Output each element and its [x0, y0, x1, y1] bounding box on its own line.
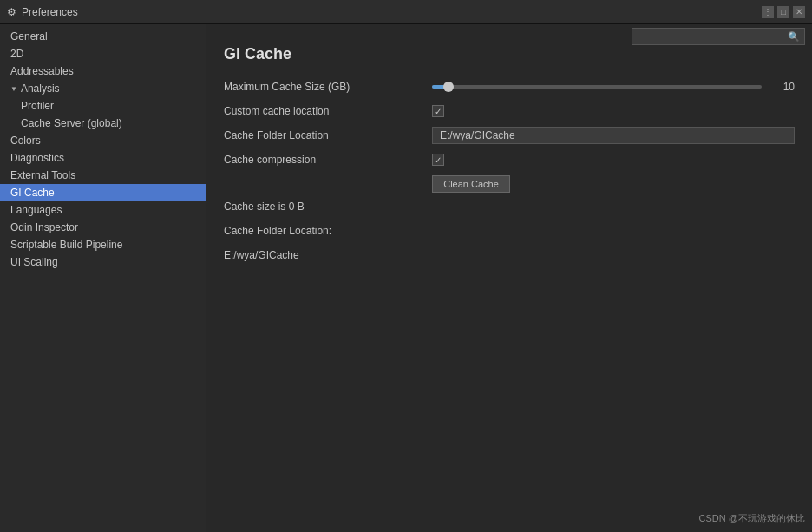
cache-compression-label: Cache compression: [224, 154, 432, 166]
titlebar-menu-btn[interactable]: ⋮: [762, 6, 774, 18]
sidebar-item-gi-cache[interactable]: GI Cache: [0, 184, 206, 201]
sidebar-item-colors[interactable]: Colors: [0, 132, 206, 149]
search-icon: 🔍: [788, 31, 800, 43]
triangle-icon: ▼: [10, 85, 17, 93]
sidebar-item-odin-inspector[interactable]: Odin Inspector: [0, 219, 206, 236]
cache-folder-path-row: E:/wya/GICache: [224, 247, 795, 266]
max-cache-size-control: 10: [432, 81, 795, 93]
search-input[interactable]: [632, 28, 805, 45]
clean-cache-control: Clean Cache: [432, 175, 795, 193]
main-container: General 2D Addressables ▼ Analysis Profi…: [0, 24, 812, 532]
page-title: GI Cache: [224, 45, 795, 63]
sidebar-item-analysis[interactable]: ▼ Analysis: [0, 80, 206, 97]
cache-folder-location-row: Cache Folder Location: [224, 126, 795, 145]
sidebar-item-profiler[interactable]: Profiler: [0, 97, 206, 115]
sidebar-item-general[interactable]: General: [0, 28, 206, 45]
sidebar: General 2D Addressables ▼ Analysis Profi…: [0, 24, 206, 532]
titlebar-close-btn[interactable]: ✕: [793, 6, 805, 18]
slider-track[interactable]: [432, 85, 762, 89]
sidebar-item-cache-server[interactable]: Cache Server (global): [0, 115, 206, 132]
sidebar-item-external-tools[interactable]: External Tools: [0, 167, 206, 184]
cache-size-text: Cache size is 0 B: [224, 200, 304, 213]
titlebar-maximize-btn[interactable]: □: [777, 6, 789, 18]
content-area: 🔍 GI Cache Maximum Cache Size (GB) 10 Cu…: [206, 24, 812, 532]
max-cache-size-row: Maximum Cache Size (GB) 10: [224, 77, 795, 96]
titlebar-icon: ⚙: [7, 6, 16, 18]
search-bar-wrapper: 🔍: [632, 28, 805, 45]
custom-cache-location-row: Custom cache location: [224, 102, 795, 121]
custom-cache-location-control: [432, 105, 795, 117]
titlebar-text: Preferences: [22, 6, 78, 18]
custom-cache-location-label: Custom cache location: [224, 105, 432, 117]
sidebar-item-scriptable-build[interactable]: Scriptable Build Pipeline: [0, 236, 206, 253]
cache-folder-label-text: Cache Folder Location:: [224, 225, 331, 237]
cache-compression-checkbox[interactable]: [432, 154, 444, 166]
titlebar: ⚙ Preferences ⋮ □ ✕: [0, 0, 812, 24]
sidebar-item-addressables[interactable]: Addressables: [0, 62, 206, 80]
sidebar-item-languages[interactable]: Languages: [0, 201, 206, 219]
slider-value: 10: [769, 81, 795, 93]
sidebar-item-diagnostics[interactable]: Diagnostics: [0, 149, 206, 167]
cache-folder-label-row: Cache Folder Location:: [224, 223, 795, 242]
cache-folder-location-label: Cache Folder Location: [224, 129, 432, 141]
sidebar-item-ui-scaling[interactable]: UI Scaling: [0, 253, 206, 271]
slider-thumb[interactable]: [443, 82, 454, 92]
watermark: CSDN @不玩游戏的休比: [699, 512, 805, 525]
custom-cache-checkbox[interactable]: [432, 105, 444, 117]
cache-compression-control: [432, 154, 795, 166]
clean-cache-row: Clean Cache: [224, 174, 795, 194]
cache-size-row: Cache size is 0 B: [224, 199, 795, 218]
cache-compression-row: Cache compression: [224, 150, 795, 169]
cache-folder-location-input[interactable]: [432, 127, 795, 144]
max-cache-size-label: Maximum Cache Size (GB): [224, 81, 432, 93]
titlebar-title: ⚙ Preferences: [7, 6, 78, 18]
titlebar-controls: ⋮ □ ✕: [762, 6, 805, 18]
sidebar-item-2d[interactable]: 2D: [0, 45, 206, 62]
clean-cache-button[interactable]: Clean Cache: [432, 175, 510, 193]
cache-folder-location-control: [432, 127, 795, 144]
cache-folder-path-text: E:/wya/GICache: [224, 249, 299, 261]
